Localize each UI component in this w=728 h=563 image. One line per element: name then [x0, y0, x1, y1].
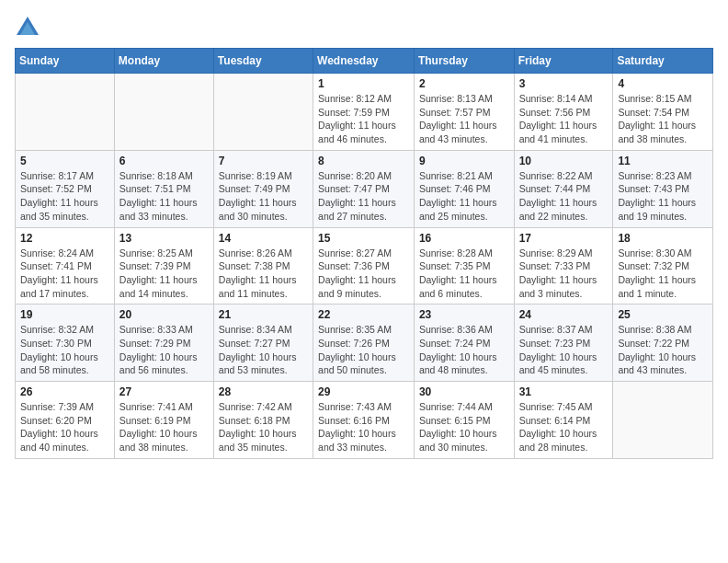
day-cell: 5Sunrise: 8:17 AM Sunset: 7:52 PM Daylig… — [16, 150, 115, 227]
day-number: 11 — [618, 155, 708, 167]
day-cell: 16Sunrise: 8:28 AM Sunset: 7:35 PM Dayli… — [414, 227, 514, 304]
day-number: 20 — [119, 308, 209, 321]
day-cell: 21Sunrise: 8:34 AM Sunset: 7:27 PM Dayli… — [213, 304, 313, 382]
day-info: Sunrise: 7:44 AM Sunset: 6:15 PM Dayligh… — [419, 400, 509, 454]
day-cell: 31Sunrise: 7:45 AM Sunset: 6:14 PM Dayli… — [514, 382, 613, 459]
day-number: 14 — [219, 232, 308, 245]
day-cell: 10Sunrise: 8:22 AM Sunset: 7:44 PM Dayli… — [514, 150, 613, 227]
day-number: 29 — [318, 385, 409, 398]
day-info: Sunrise: 8:23 AM Sunset: 7:43 PM Dayligh… — [618, 169, 708, 224]
day-cell: 14Sunrise: 8:26 AM Sunset: 7:38 PM Dayli… — [213, 227, 313, 304]
logo — [15, 15, 44, 40]
day-cell: 19Sunrise: 8:32 AM Sunset: 7:30 PM Dayli… — [16, 304, 115, 382]
day-info: Sunrise: 7:42 AM Sunset: 6:18 PM Dayligh… — [219, 400, 308, 454]
week-row-2: 5Sunrise: 8:17 AM Sunset: 7:52 PM Daylig… — [16, 150, 713, 227]
day-cell: 24Sunrise: 8:37 AM Sunset: 7:23 PM Dayli… — [514, 304, 613, 382]
day-number: 22 — [318, 308, 409, 321]
day-cell: 27Sunrise: 7:41 AM Sunset: 6:19 PM Dayli… — [114, 382, 213, 459]
calendar-table: SundayMondayTuesdayWednesdayThursdayFrid… — [15, 48, 713, 459]
day-cell: 11Sunrise: 8:23 AM Sunset: 7:43 PM Dayli… — [613, 150, 713, 227]
calendar-body: 1Sunrise: 8:12 AM Sunset: 7:59 PM Daylig… — [16, 74, 713, 459]
day-cell: 6Sunrise: 8:18 AM Sunset: 7:51 PM Daylig… — [114, 150, 213, 227]
day-cell: 22Sunrise: 8:35 AM Sunset: 7:26 PM Dayli… — [313, 304, 415, 382]
day-info: Sunrise: 8:22 AM Sunset: 7:44 PM Dayligh… — [519, 169, 609, 224]
day-info: Sunrise: 8:38 AM Sunset: 7:22 PM Dayligh… — [618, 323, 708, 377]
day-number: 25 — [618, 308, 708, 321]
day-info: Sunrise: 8:19 AM Sunset: 7:49 PM Dayligh… — [219, 169, 308, 224]
day-info: Sunrise: 8:14 AM Sunset: 7:56 PM Dayligh… — [519, 92, 609, 146]
day-cell: 18Sunrise: 8:30 AM Sunset: 7:32 PM Dayli… — [613, 227, 713, 304]
day-cell — [213, 74, 313, 151]
header-thursday: Thursday — [414, 49, 514, 74]
day-info: Sunrise: 8:36 AM Sunset: 7:24 PM Dayligh… — [419, 323, 509, 377]
day-info: Sunrise: 8:17 AM Sunset: 7:52 PM Dayligh… — [20, 169, 109, 224]
day-number: 24 — [519, 308, 609, 321]
day-info: Sunrise: 8:12 AM Sunset: 7:59 PM Dayligh… — [318, 92, 409, 146]
day-info: Sunrise: 8:26 AM Sunset: 7:38 PM Dayligh… — [219, 247, 308, 301]
day-info: Sunrise: 8:29 AM Sunset: 7:33 PM Dayligh… — [519, 247, 609, 301]
day-info: Sunrise: 7:43 AM Sunset: 6:16 PM Dayligh… — [318, 400, 409, 454]
page-header — [15, 15, 713, 40]
day-info: Sunrise: 8:15 AM Sunset: 7:54 PM Dayligh… — [618, 92, 708, 146]
day-number: 2 — [419, 77, 509, 90]
day-info: Sunrise: 8:33 AM Sunset: 7:29 PM Dayligh… — [119, 323, 209, 377]
day-number: 27 — [119, 385, 209, 398]
calendar-header: SundayMondayTuesdayWednesdayThursdayFrid… — [16, 49, 713, 74]
day-cell: 15Sunrise: 8:27 AM Sunset: 7:36 PM Dayli… — [313, 227, 415, 304]
day-cell — [114, 74, 213, 151]
day-number: 12 — [20, 232, 109, 245]
day-cell — [613, 382, 713, 459]
header-saturday: Saturday — [613, 49, 713, 74]
day-number: 21 — [219, 308, 308, 321]
day-cell: 12Sunrise: 8:24 AM Sunset: 7:41 PM Dayli… — [16, 227, 115, 304]
day-cell: 1Sunrise: 8:12 AM Sunset: 7:59 PM Daylig… — [313, 74, 415, 151]
day-number: 5 — [20, 155, 109, 167]
day-cell: 4Sunrise: 8:15 AM Sunset: 7:54 PM Daylig… — [613, 74, 713, 151]
day-info: Sunrise: 8:24 AM Sunset: 7:41 PM Dayligh… — [20, 247, 109, 301]
day-info: Sunrise: 7:45 AM Sunset: 6:14 PM Dayligh… — [519, 400, 609, 454]
day-number: 13 — [119, 232, 209, 245]
day-info: Sunrise: 8:35 AM Sunset: 7:26 PM Dayligh… — [318, 323, 409, 377]
day-number: 4 — [618, 77, 708, 90]
day-number: 9 — [419, 155, 509, 167]
header-sunday: Sunday — [16, 49, 115, 74]
day-cell: 2Sunrise: 8:13 AM Sunset: 7:57 PM Daylig… — [414, 74, 514, 151]
day-info: Sunrise: 8:21 AM Sunset: 7:46 PM Dayligh… — [419, 169, 509, 224]
header-friday: Friday — [514, 49, 613, 74]
day-number: 16 — [419, 232, 509, 245]
day-cell: 13Sunrise: 8:25 AM Sunset: 7:39 PM Dayli… — [114, 227, 213, 304]
day-info: Sunrise: 8:27 AM Sunset: 7:36 PM Dayligh… — [318, 247, 409, 301]
day-info: Sunrise: 8:34 AM Sunset: 7:27 PM Dayligh… — [219, 323, 308, 377]
day-number: 3 — [519, 77, 609, 90]
day-cell: 3Sunrise: 8:14 AM Sunset: 7:56 PM Daylig… — [514, 74, 613, 151]
header-wednesday: Wednesday — [313, 49, 415, 74]
day-info: Sunrise: 8:32 AM Sunset: 7:30 PM Dayligh… — [20, 323, 109, 377]
week-row-1: 1Sunrise: 8:12 AM Sunset: 7:59 PM Daylig… — [16, 74, 713, 151]
day-number: 1 — [318, 77, 409, 90]
day-info: Sunrise: 8:25 AM Sunset: 7:39 PM Dayligh… — [119, 247, 209, 301]
day-cell: 23Sunrise: 8:36 AM Sunset: 7:24 PM Dayli… — [414, 304, 514, 382]
day-number: 31 — [519, 385, 609, 398]
day-cell: 20Sunrise: 8:33 AM Sunset: 7:29 PM Dayli… — [114, 304, 213, 382]
day-cell: 25Sunrise: 8:38 AM Sunset: 7:22 PM Dayli… — [613, 304, 713, 382]
week-row-3: 12Sunrise: 8:24 AM Sunset: 7:41 PM Dayli… — [16, 227, 713, 304]
day-number: 26 — [20, 385, 109, 398]
day-info: Sunrise: 8:37 AM Sunset: 7:23 PM Dayligh… — [519, 323, 609, 377]
day-info: Sunrise: 8:28 AM Sunset: 7:35 PM Dayligh… — [419, 247, 509, 301]
day-number: 10 — [519, 155, 609, 167]
day-info: Sunrise: 8:18 AM Sunset: 7:51 PM Dayligh… — [119, 169, 209, 224]
day-number: 30 — [419, 385, 509, 398]
day-info: Sunrise: 8:13 AM Sunset: 7:57 PM Dayligh… — [419, 92, 509, 146]
header-monday: Monday — [114, 49, 213, 74]
day-number: 6 — [119, 155, 209, 167]
day-info: Sunrise: 7:39 AM Sunset: 6:20 PM Dayligh… — [20, 400, 109, 454]
header-tuesday: Tuesday — [213, 49, 313, 74]
day-cell: 7Sunrise: 8:19 AM Sunset: 7:49 PM Daylig… — [213, 150, 313, 227]
day-number: 28 — [219, 385, 308, 398]
day-info: Sunrise: 7:41 AM Sunset: 6:19 PM Dayligh… — [119, 400, 209, 454]
day-cell: 29Sunrise: 7:43 AM Sunset: 6:16 PM Dayli… — [313, 382, 415, 459]
day-info: Sunrise: 8:20 AM Sunset: 7:47 PM Dayligh… — [318, 169, 409, 224]
day-cell — [16, 74, 115, 151]
header-row: SundayMondayTuesdayWednesdayThursdayFrid… — [16, 49, 713, 74]
day-cell: 28Sunrise: 7:42 AM Sunset: 6:18 PM Dayli… — [213, 382, 313, 459]
